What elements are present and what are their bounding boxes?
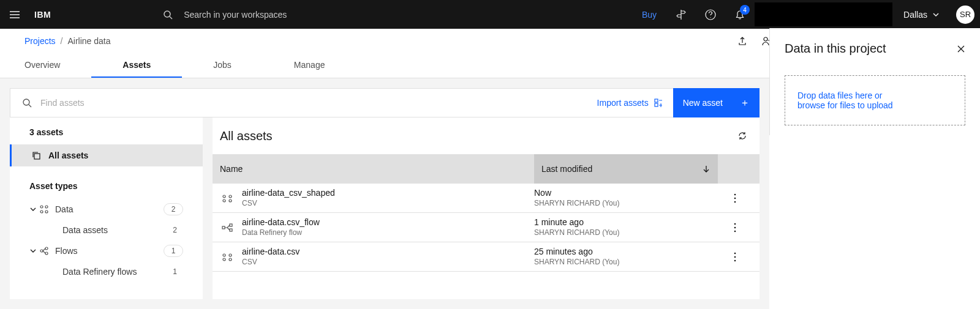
new-asset-label: New asset [683, 98, 723, 108]
search-icon [163, 10, 173, 20]
rail-flows-child-count: 1 [173, 267, 177, 276]
rail-data-assets-label: Data assets [59, 225, 173, 235]
search-icon [22, 98, 32, 108]
help-button[interactable] [696, 0, 725, 29]
rail-flows-child-label: Data Refinery flows [59, 267, 173, 277]
asset-modified: Now [534, 188, 718, 199]
guide-button[interactable] [666, 0, 696, 29]
global-header: IBM Search in your workspaces Buy 4 Dall… [0, 0, 980, 29]
avatar-initials: SR [956, 6, 974, 24]
svg-point-39 [229, 258, 232, 261]
drop-line1: Drop data files here or [797, 91, 883, 100]
close-icon [957, 45, 965, 53]
svg-rect-14 [655, 103, 658, 106]
row-overflow-menu[interactable] [718, 223, 752, 233]
refresh-icon [737, 131, 747, 141]
col-last-modified-label: Last modified [541, 164, 592, 174]
svg-rect-31 [230, 224, 232, 226]
rail-data-group[interactable]: Data 2 [10, 198, 203, 220]
project-tabs: Overview Assets Jobs Manage [0, 53, 769, 78]
asset-owner: SHARYN RICHARD (You) [534, 258, 718, 267]
svg-point-34 [734, 226, 736, 228]
asset-type: Data Refinery flow [242, 228, 534, 237]
table-row[interactable]: airline-data_csv_shaped CSV Now SHARYN R… [213, 184, 760, 213]
svg-point-23 [223, 195, 225, 198]
plus-icon: ＋ [740, 97, 750, 110]
signpost-icon [675, 9, 687, 21]
svg-point-22 [45, 252, 48, 255]
export-button[interactable] [730, 29, 755, 53]
app-menu-button[interactable] [0, 0, 29, 29]
svg-point-20 [40, 250, 43, 252]
table-row[interactable]: airline-data.csv_flow Data Refinery flow… [213, 213, 760, 242]
asset-name: airline-data.csv_flow [242, 217, 534, 228]
refresh-button[interactable] [733, 126, 752, 146]
rail-flows-group[interactable]: Flows 1 [10, 240, 203, 262]
help-icon [704, 9, 717, 21]
overflow-icon [734, 252, 736, 262]
svg-point-40 [734, 252, 736, 254]
buy-link[interactable]: Buy [632, 0, 666, 29]
svg-point-29 [734, 201, 736, 203]
header-black-region [755, 2, 892, 26]
upload-icon [737, 36, 747, 46]
assets-rail: 3 assets All assets Asset types Data 2 [10, 117, 203, 299]
close-panel-button[interactable] [957, 45, 965, 53]
find-placeholder: Find assets [40, 98, 85, 108]
col-menu [718, 154, 760, 184]
global-search[interactable]: Search in your workspaces [151, 0, 592, 29]
drop-line2: browse for files to upload [797, 100, 893, 110]
rail-flows-child[interactable]: Data Refinery flows 1 [10, 262, 203, 281]
svg-point-28 [734, 197, 736, 199]
svg-point-33 [734, 223, 736, 225]
import-icon [654, 98, 663, 108]
rail-data-assets[interactable]: Data assets 2 [10, 220, 203, 240]
breadcrumb: Projects / Airline data [24, 36, 111, 46]
chevron-down-icon [932, 11, 940, 18]
tab-jobs[interactable]: Jobs [182, 53, 263, 78]
asset-modified: 25 minutes ago [534, 247, 718, 258]
svg-point-3 [764, 37, 767, 41]
breadcrumb-current: Airline data [67, 36, 110, 46]
copy-icon [31, 151, 41, 160]
notification-badge: 4 [740, 5, 750, 15]
region-label: Dallas [903, 10, 927, 20]
user-avatar[interactable]: SR [951, 0, 980, 29]
side-panel-title: Data in this project [785, 42, 886, 56]
svg-rect-32 [230, 229, 232, 231]
tab-manage[interactable]: Manage [263, 53, 356, 78]
svg-point-12 [23, 99, 29, 105]
col-name[interactable]: Name [213, 154, 534, 184]
tab-overview[interactable]: Overview [15, 53, 91, 78]
find-assets-input[interactable]: Find assets [10, 98, 587, 108]
file-drop-zone[interactable]: Drop data files here or browse for files… [785, 75, 965, 125]
row-overflow-menu[interactable] [718, 252, 752, 262]
header-actions: Buy 4 Dallas SR [632, 0, 980, 29]
region-selector[interactable]: Dallas [892, 0, 951, 29]
table-row[interactable]: airline-data.csv CSV 25 minutes ago SHAR… [213, 242, 760, 272]
svg-rect-15 [34, 154, 40, 159]
tab-assets[interactable]: Assets [91, 53, 182, 78]
svg-point-26 [229, 199, 232, 202]
svg-point-21 [45, 247, 48, 250]
data-asset-icon [221, 192, 233, 204]
svg-point-42 [734, 259, 736, 261]
asset-name: airline-data.csv [242, 247, 534, 258]
brand-label[interactable]: IBM [29, 0, 56, 29]
assets-table: All assets Name Last modified [213, 117, 760, 299]
col-last-modified[interactable]: Last modified [534, 154, 718, 184]
breadcrumb-root[interactable]: Projects [24, 36, 56, 46]
hamburger-icon [9, 9, 21, 21]
rail-flows-count: 1 [164, 245, 183, 257]
svg-rect-30 [222, 226, 225, 229]
new-asset-button[interactable]: New asset ＋ [673, 88, 760, 117]
import-assets-button[interactable]: Import assets [587, 98, 673, 108]
svg-point-16 [40, 206, 43, 208]
svg-point-35 [734, 230, 736, 232]
row-overflow-menu[interactable] [718, 193, 752, 203]
notifications-button[interactable]: 4 [725, 0, 755, 29]
svg-point-17 [45, 206, 48, 208]
flow-asset-icon [221, 222, 233, 234]
data-asset-icon [221, 251, 233, 263]
rail-all-assets[interactable]: All assets [10, 144, 203, 166]
